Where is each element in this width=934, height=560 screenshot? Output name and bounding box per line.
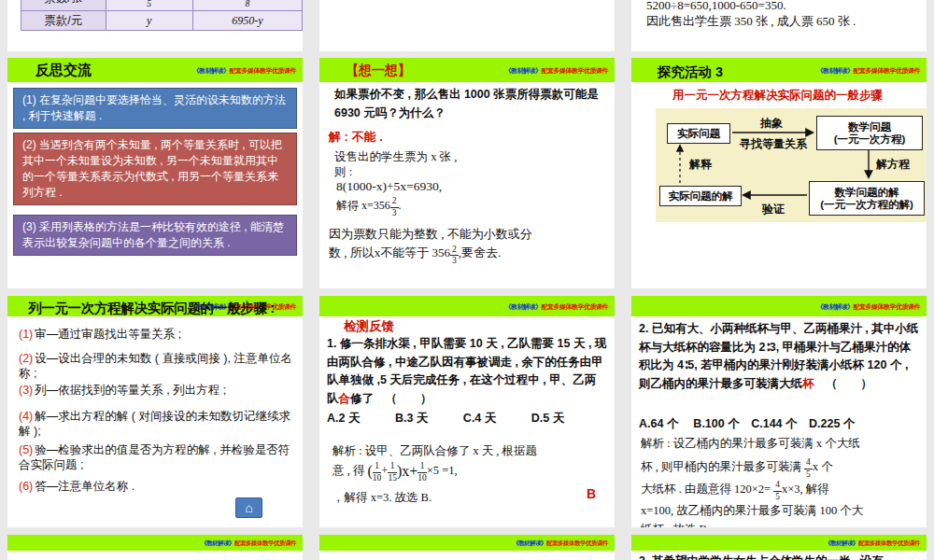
home-button[interactable]: ⌂ <box>235 497 262 518</box>
setup-line: 设售出的学生票为 x 张 , <box>334 149 457 165</box>
reflect-point-1: (1) 在复杂问题中要选择恰当、灵活的设未知数的方法 , 利于快速解题 . <box>13 88 297 129</box>
step-item: (3)列—依据找到的等量关系 , 列出方程 ; <box>19 383 295 398</box>
step-text: 审—通过审题找出等量关系 ; <box>35 328 181 341</box>
steps-list: (1)审—通过审题找出等量关系 ; (2)设—设出合理的未知数 ( 直接或间接 … <box>19 327 295 494</box>
reflect-point-3: (3) 采用列表格的方法是一种比较有效的途径 , 能清楚表示出较复杂问题中的各个… <box>13 215 297 256</box>
highlighted-char: 合 <box>339 392 351 405</box>
step-number: (4) <box>19 410 33 423</box>
table-cell: y <box>106 11 192 31</box>
setup-line: 则 : <box>334 164 352 180</box>
fraction: 45 <box>773 481 782 501</box>
table-cell: 6950-y <box>192 11 302 31</box>
slide-think[interactable]: 《教材解读》配套多媒体教学优质课件 【想一想】 如果票价不变 , 那么售出 10… <box>319 58 615 288</box>
flow-box-real-problem: 实际问题 <box>667 123 730 144</box>
flowchart: 实际问题 数学问题(一元一次方程) 实际问题的解 数学问题的解(一元一次方程的解… <box>656 108 927 222</box>
flow-box-math-solution: 数学问题的解(一元一次方程的解) <box>809 181 925 216</box>
think-answer: 解 : 不能 . <box>329 129 383 146</box>
step-text: 解—求出方程的解 ( 对间接设的未知数切记继续求解 ); <box>19 410 290 438</box>
step-text: 设—设出合理的未知数 ( 直接或间接 ), 注意单位名称 ; <box>19 352 292 380</box>
slide-explore[interactable]: 《教材解读》配套多媒体教学优质课件 探究活动 3 用一元一次方程解决实际问题的一… <box>631 58 927 288</box>
solution-line-3: ，解得 x=3. 故选 B. <box>333 490 432 506</box>
slide-sorter-grid: 票数/张 y5 6950-y8 票款/元 y 6950-y 5200÷8=650… <box>0 0 934 560</box>
courseware-badge: 《教材解读》配套多媒体教学优质课件 <box>505 302 609 312</box>
courseware-badge: 《教材解读》配套多媒体教学优质课件 <box>817 302 921 312</box>
step-item: (2)设—设出合理的未知数 ( 直接或间接 ), 注意单位名称 ; <box>19 351 295 381</box>
step-item: (1)审—通过审题找出等量关系 ; <box>19 327 295 342</box>
table-row-label: 票款/元 <box>21 11 106 31</box>
question-3-partial: 3. 某希望中学学生女生占全体学生的一半 , 设有 <box>639 553 919 560</box>
step-number: (6) <box>19 480 33 493</box>
flow-label-explain: 解释 <box>689 157 712 173</box>
step-number: (2) <box>19 352 33 365</box>
step-number: (5) <box>19 443 33 456</box>
courseware-badge: 《教材解读》配套多媒体教学优质课件 <box>505 66 609 76</box>
solution-line-4: x=100, 故乙桶内的果汁最多可装满 100 个大 <box>641 503 863 519</box>
highlighted-char: 杯 <box>802 377 814 390</box>
table-row-label: 票数/张 <box>21 0 106 11</box>
think-question: 如果票价不变 , 那么售出 1000 张票所得票款可能是 6930 元吗？为什么… <box>334 86 603 122</box>
solution-line-2: 杯 , 则甲桶内的果汁最多可装满 45x 个 <box>641 458 833 479</box>
reason-line-1: 因为票数只能为整数 , 不能为小数或分 <box>329 226 532 243</box>
slide-next-2[interactable]: 《教材解读》配套多媒体教学优质课件 <box>319 535 615 560</box>
table-row: 票数/张 y5 6950-y8 <box>21 0 303 11</box>
slide-reflect[interactable]: 《教材解读》配套多媒体教学优质课件 反思交流 (1) 在复杂问题中要选择恰当、灵… <box>7 58 303 288</box>
flow-label-abstract: 抽象 <box>760 116 783 132</box>
step-text: 列—依据找到的等量关系 , 列出方程 ; <box>35 384 226 397</box>
courseware-badge: 《教材解读》配套多媒体教学优质课件 <box>193 66 297 76</box>
fraction: 45 <box>804 458 813 479</box>
step-number: (1) <box>19 328 33 341</box>
solution-equation: 意 , 得 (110+115)x+110×5 =1, <box>333 462 458 483</box>
flow-label-find-relations: 寻找等量关系 <box>740 136 807 152</box>
flow-box-math-problem: 数学问题(一元一次方程) <box>816 116 923 150</box>
question-1: 1. 修一条排水渠 , 甲队需要 10 天 , 乙队需要 15 天 , 现由两队… <box>327 335 607 408</box>
fraction: 6950-y8 <box>234 0 262 8</box>
slide-title: 探究活动 3 <box>658 63 723 81</box>
step-text: 验—检验求出的值是否为方程的解 , 并检验是否符合实际问题 ; <box>19 443 290 471</box>
fraction: y5 <box>146 0 153 8</box>
solve-line: 解得 x=35623. <box>336 197 402 217</box>
courseware-badge: 《教材解读》配套多媒体教学优质课件 <box>513 539 608 548</box>
reason-line-2: 数 , 所以x不能等于 35623,要舍去. <box>329 245 501 266</box>
step-item: (4)解—求出方程的解 ( 对间接设的未知数切记继续求解 ); <box>19 409 295 439</box>
slide-steps[interactable]: 《教材解读》配套多媒体教学优质课件 列一元一次方程解决实际问题的一般步骤 : (… <box>7 296 303 527</box>
flow-label-verify: 验证 <box>762 202 785 217</box>
slide-ticket-table[interactable]: 票数/张 y5 6950-y8 票款/元 y 6950-y <box>7 0 303 51</box>
home-icon: ⌂ <box>245 501 252 514</box>
slide-title: 列一元一次方程解决实际问题的一般步骤 : <box>28 300 301 317</box>
fraction: 110 <box>417 462 427 483</box>
slide-title: 【想一想】 <box>346 63 411 79</box>
slide-test[interactable]: 《教材解读》配套多媒体教学优质课件 检测反馈 1. 修一条排水渠 , 甲队需要 … <box>319 296 615 527</box>
flow-box-real-solution: 实际问题的解 <box>659 186 742 206</box>
solution-line-5: 纸杯 . 故选 B. <box>641 522 710 527</box>
slide-q2[interactable]: 《教材解读》配套多媒体教学优质课件 2. 已知有大、小两种纸杯与甲、乙两桶果汁 … <box>631 296 927 527</box>
fraction: 23 <box>450 245 459 266</box>
answer-letter: B <box>587 486 596 501</box>
step-text: 答—注意单位名称 . <box>35 480 134 493</box>
step-item: (6)答—注意单位名称 . <box>19 479 295 494</box>
solution-line-3: 大纸杯 . 由题意得 120×2= 45x×3, 解得 <box>641 481 829 501</box>
calc-line: 5200÷8=650,1000-650=350. <box>646 0 919 13</box>
courseware-badge: 《教材解读》配套多媒体教学优质课件 <box>201 539 296 548</box>
slide-title: 检测反馈 <box>344 318 394 335</box>
slide-blank[interactable] <box>319 0 615 51</box>
ticket-table: 票数/张 y5 6950-y8 票款/元 y 6950-y <box>21 0 303 31</box>
question-2: 2. 已知有大、小两种纸杯与甲、乙两桶果汁 , 其中小纸杯与大纸杯的容量比为 2… <box>639 320 919 393</box>
fraction: 115 <box>388 462 397 483</box>
table-row: 票款/元 y 6950-y <box>21 11 303 31</box>
step-item: (5)验—检验求出的值是否为方程的解 , 并检验是否符合实际问题 ; <box>19 442 295 472</box>
slide-ticket-answer[interactable]: 5200÷8=650,1000-650=350. 因此售出学生票 350 张 ,… <box>631 0 927 51</box>
options-line: A.2 天 B.3 天 C.4 天 D.5 天 <box>327 410 564 428</box>
slide-next-3[interactable]: 《教材解读》配套多媒体教学优质课件 3. 某希望中学学生女生占全体学生的一半 ,… <box>631 535 927 560</box>
step-number: (3) <box>19 384 33 397</box>
options-line: A.64 个 B.100 个 C.144 个 D.225 个 <box>639 415 855 434</box>
flow-label-solve: 解方程 <box>876 157 910 173</box>
table-cell: 6950-y8 <box>192 0 302 11</box>
equation-line: 8(1000-x)+5x=6930, <box>336 179 442 194</box>
slide-next-1[interactable]: 《教材解读》配套多媒体教学优质课件 <box>7 535 303 560</box>
explore-subtitle: 用一元一次方程解决实际问题的一般步骤 <box>672 88 883 104</box>
table-cell: y5 <box>106 0 192 11</box>
courseware-badge: 《教材解读》配套多媒体教学优质课件 <box>817 66 921 76</box>
slide-title: 反思交流 <box>35 62 92 79</box>
fraction: 23 <box>390 197 399 217</box>
fraction: 110 <box>373 462 382 483</box>
